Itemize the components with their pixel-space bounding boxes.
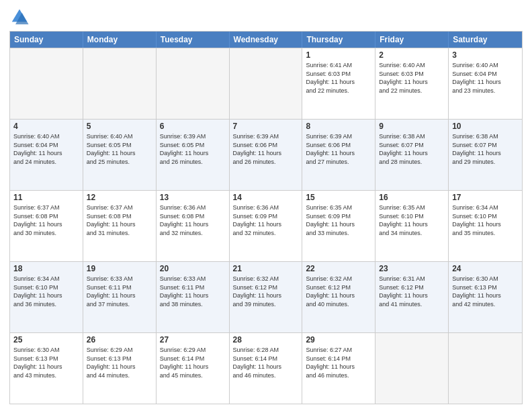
day-info: Sunrise: 6:33 AMSunset: 6:11 PMDaylight:… (160, 275, 226, 308)
calendar-day-cell: 5Sunrise: 6:40 AMSunset: 6:05 PMDaylight… (83, 120, 157, 190)
day-info: Sunrise: 6:34 AMSunset: 6:10 PMDaylight:… (13, 275, 79, 308)
day-info: Sunrise: 6:35 AMSunset: 6:09 PMDaylight:… (306, 203, 371, 237)
weekday-header: Monday (83, 32, 157, 48)
day-number: 11 (13, 193, 79, 202)
day-info: Sunrise: 6:41 AMSunset: 6:03 PMDaylight:… (306, 61, 371, 95)
day-number: 18 (13, 264, 79, 273)
day-info: Sunrise: 6:31 AMSunset: 6:12 PMDaylight:… (379, 275, 445, 308)
calendar-day-cell: 12Sunrise: 6:37 AMSunset: 6:08 PMDayligh… (83, 191, 157, 261)
day-info: Sunrise: 6:39 AMSunset: 6:06 PMDaylight:… (233, 132, 299, 166)
calendar-empty-cell (157, 48, 230, 119)
day-number: 15 (306, 193, 371, 202)
day-number: 10 (452, 122, 519, 131)
weekday-header: Saturday (449, 32, 522, 48)
page: SundayMondayTuesdayWednesdayThursdayFrid… (0, 0, 532, 411)
calendar-empty-cell (230, 48, 303, 119)
calendar-day-cell: 23Sunrise: 6:31 AMSunset: 6:12 PMDayligh… (375, 262, 449, 332)
weekday-header: Friday (375, 32, 449, 48)
calendar-day-cell: 3Sunrise: 6:40 AMSunset: 6:04 PMDaylight… (449, 48, 522, 119)
day-number: 13 (160, 193, 226, 202)
weekday-header: Wednesday (230, 32, 303, 48)
calendar-day-cell: 29Sunrise: 6:27 AMSunset: 6:14 PMDayligh… (302, 333, 375, 404)
day-number: 8 (306, 122, 371, 131)
day-info: Sunrise: 6:40 AMSunset: 6:04 PMDaylight:… (13, 132, 79, 166)
logo-icon (9, 7, 30, 27)
day-info: Sunrise: 6:39 AMSunset: 6:06 PMDaylight:… (306, 132, 371, 166)
calendar-week-row: 4Sunrise: 6:40 AMSunset: 6:04 PMDaylight… (10, 119, 522, 190)
day-number: 6 (160, 122, 226, 131)
day-info: Sunrise: 6:33 AMSunset: 6:11 PMDaylight:… (87, 275, 152, 308)
day-info: Sunrise: 6:29 AMSunset: 6:13 PMDaylight:… (87, 346, 152, 379)
day-info: Sunrise: 6:29 AMSunset: 6:14 PMDaylight:… (160, 346, 226, 379)
day-info: Sunrise: 6:37 AMSunset: 6:08 PMDaylight:… (13, 203, 79, 237)
weekday-header: Thursday (302, 32, 375, 48)
calendar-day-cell: 28Sunrise: 6:28 AMSunset: 6:14 PMDayligh… (230, 333, 303, 404)
calendar-day-cell: 13Sunrise: 6:36 AMSunset: 6:08 PMDayligh… (157, 191, 230, 261)
calendar-day-cell: 22Sunrise: 6:32 AMSunset: 6:12 PMDayligh… (302, 262, 375, 332)
day-info: Sunrise: 6:39 AMSunset: 6:05 PMDaylight:… (160, 132, 226, 166)
day-info: Sunrise: 6:32 AMSunset: 6:12 PMDaylight:… (233, 275, 299, 308)
calendar-day-cell: 25Sunrise: 6:30 AMSunset: 6:13 PMDayligh… (10, 333, 83, 404)
calendar-day-cell: 16Sunrise: 6:35 AMSunset: 6:10 PMDayligh… (375, 191, 449, 261)
calendar-empty-cell (449, 333, 522, 404)
day-number: 2 (379, 50, 445, 60)
day-number: 25 (13, 335, 79, 345)
calendar-day-cell: 7Sunrise: 6:39 AMSunset: 6:06 PMDaylight… (230, 120, 303, 190)
day-info: Sunrise: 6:40 AMSunset: 6:03 PMDaylight:… (379, 61, 445, 95)
calendar: SundayMondayTuesdayWednesdayThursdayFrid… (9, 31, 523, 404)
calendar-day-cell: 18Sunrise: 6:34 AMSunset: 6:10 PMDayligh… (10, 262, 83, 332)
calendar-day-cell: 1Sunrise: 6:41 AMSunset: 6:03 PMDaylight… (302, 48, 375, 119)
day-info: Sunrise: 6:30 AMSunset: 6:13 PMDaylight:… (452, 275, 519, 308)
calendar-body: 1Sunrise: 6:41 AMSunset: 6:03 PMDaylight… (10, 48, 522, 404)
day-info: Sunrise: 6:38 AMSunset: 6:07 PMDaylight:… (379, 132, 445, 166)
day-info: Sunrise: 6:40 AMSunset: 6:04 PMDaylight:… (452, 61, 519, 95)
day-number: 1 (306, 50, 371, 60)
day-number: 16 (379, 193, 445, 202)
day-info: Sunrise: 6:38 AMSunset: 6:07 PMDaylight:… (452, 132, 519, 166)
day-info: Sunrise: 6:36 AMSunset: 6:09 PMDaylight:… (233, 203, 299, 237)
calendar-day-cell: 9Sunrise: 6:38 AMSunset: 6:07 PMDaylight… (375, 120, 449, 190)
day-number: 27 (160, 335, 226, 345)
day-number: 5 (87, 122, 152, 131)
day-number: 7 (233, 122, 299, 131)
header (9, 7, 523, 27)
calendar-day-cell: 20Sunrise: 6:33 AMSunset: 6:11 PMDayligh… (157, 262, 230, 332)
calendar-empty-cell (375, 333, 449, 404)
day-info: Sunrise: 6:36 AMSunset: 6:08 PMDaylight:… (160, 203, 226, 237)
calendar-day-cell: 11Sunrise: 6:37 AMSunset: 6:08 PMDayligh… (10, 191, 83, 261)
day-info: Sunrise: 6:34 AMSunset: 6:10 PMDaylight:… (452, 203, 519, 237)
calendar-day-cell: 17Sunrise: 6:34 AMSunset: 6:10 PMDayligh… (449, 191, 522, 261)
day-number: 12 (87, 193, 152, 202)
day-number: 21 (233, 264, 299, 273)
calendar-week-row: 11Sunrise: 6:37 AMSunset: 6:08 PMDayligh… (10, 190, 522, 261)
logo (9, 7, 32, 27)
day-info: Sunrise: 6:37 AMSunset: 6:08 PMDaylight:… (87, 203, 152, 237)
day-number: 28 (233, 335, 299, 345)
day-number: 22 (306, 264, 371, 273)
day-number: 17 (452, 193, 519, 202)
day-number: 19 (87, 264, 152, 273)
calendar-day-cell: 6Sunrise: 6:39 AMSunset: 6:05 PMDaylight… (157, 120, 230, 190)
calendar-day-cell: 4Sunrise: 6:40 AMSunset: 6:04 PMDaylight… (10, 120, 83, 190)
calendar-day-cell: 26Sunrise: 6:29 AMSunset: 6:13 PMDayligh… (83, 333, 157, 404)
weekday-header: Sunday (10, 32, 83, 48)
calendar-day-cell: 10Sunrise: 6:38 AMSunset: 6:07 PMDayligh… (449, 120, 522, 190)
day-number: 29 (306, 335, 371, 345)
day-info: Sunrise: 6:32 AMSunset: 6:12 PMDaylight:… (306, 275, 371, 308)
day-number: 9 (379, 122, 445, 131)
calendar-day-cell: 14Sunrise: 6:36 AMSunset: 6:09 PMDayligh… (230, 191, 303, 261)
calendar-day-cell: 27Sunrise: 6:29 AMSunset: 6:14 PMDayligh… (157, 333, 230, 404)
day-info: Sunrise: 6:27 AMSunset: 6:14 PMDaylight:… (306, 346, 371, 379)
day-number: 14 (233, 193, 299, 202)
day-info: Sunrise: 6:35 AMSunset: 6:10 PMDaylight:… (379, 203, 445, 237)
weekday-header: Tuesday (157, 32, 230, 48)
day-number: 4 (13, 122, 79, 131)
calendar-week-row: 25Sunrise: 6:30 AMSunset: 6:13 PMDayligh… (10, 332, 522, 404)
day-number: 20 (160, 264, 226, 273)
day-info: Sunrise: 6:28 AMSunset: 6:14 PMDaylight:… (233, 346, 299, 379)
day-info: Sunrise: 6:40 AMSunset: 6:05 PMDaylight:… (87, 132, 152, 166)
day-number: 24 (452, 264, 519, 273)
calendar-day-cell: 21Sunrise: 6:32 AMSunset: 6:12 PMDayligh… (230, 262, 303, 332)
day-info: Sunrise: 6:30 AMSunset: 6:13 PMDaylight:… (13, 346, 79, 379)
calendar-day-cell: 8Sunrise: 6:39 AMSunset: 6:06 PMDaylight… (302, 120, 375, 190)
